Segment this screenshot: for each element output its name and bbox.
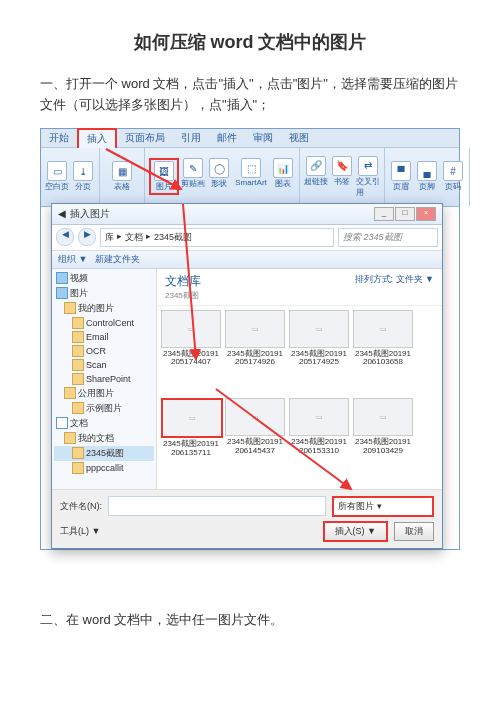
- tree-item[interactable]: Scan: [54, 358, 154, 372]
- btn-hyperlink[interactable]: 🔗超链接: [304, 156, 328, 198]
- sort-by[interactable]: 排列方式: 文件夹 ▼: [355, 273, 434, 301]
- btn-shapes[interactable]: ◯形状: [207, 158, 231, 195]
- tree-item[interactable]: 图片: [54, 286, 154, 301]
- link-icon: 🔗: [306, 156, 326, 176]
- tree-item[interactable]: 2345截图: [54, 446, 154, 461]
- btn-footer[interactable]: ▄页脚: [415, 161, 439, 192]
- word-screenshot: 开始 插入 页面布局 引用 邮件 审阅 视图 ▭空白页 ⤓分页 ▦表格 🖼图片 …: [40, 128, 460, 550]
- thumbnail[interactable]: ▭2345截图20191206103658: [353, 310, 413, 395]
- thumbnail[interactable]: ▭2345截图20191205174407: [161, 310, 221, 395]
- doc-icon: [56, 417, 68, 429]
- thumb-label: 2345截图20191206145437: [225, 438, 285, 456]
- thumb-image: ▭: [289, 310, 349, 348]
- insert-picture-dialog: ◀ 插入图片 _ □ × ◀ ▶ 库▸ 文档▸ 2345截图 搜索 2345截图…: [51, 203, 443, 549]
- step-1: 一、打开一个 word 文档，点击"插入"，点击"图片"，选择需要压缩的图片文件…: [40, 74, 460, 116]
- filetype-dropdown[interactable]: 所有图片 ▾: [332, 496, 434, 517]
- tab-start[interactable]: 开始: [41, 129, 77, 147]
- header-icon: ▀: [391, 161, 411, 181]
- tree-item-label: 图片: [70, 287, 88, 300]
- crumb-2[interactable]: 2345截图: [154, 231, 192, 244]
- tab-review[interactable]: 审阅: [245, 129, 281, 147]
- folder-icon: [72, 359, 84, 371]
- pagenum-icon: #: [443, 161, 463, 181]
- tools-dropdown[interactable]: 工具(L) ▼: [60, 525, 100, 538]
- folder-icon: [72, 402, 84, 414]
- newfolder-button[interactable]: 新建文件夹: [95, 253, 140, 266]
- thumb-image: ▭: [161, 310, 221, 348]
- tab-insert[interactable]: 插入: [77, 128, 117, 148]
- page-icon: ▭: [47, 161, 67, 181]
- thumbnail[interactable]: ▭2345截图20191205174926: [225, 310, 285, 395]
- tree-item[interactable]: 公用图片: [54, 386, 154, 401]
- back-icon[interactable]: ◀: [58, 208, 66, 219]
- btn-crossref[interactable]: ⇄交叉引用: [356, 156, 380, 198]
- break-icon: ⤓: [73, 161, 93, 181]
- tree-item[interactable]: 我的文档: [54, 431, 154, 446]
- tree-item-label: pppccallit: [86, 463, 124, 473]
- tree-item[interactable]: 我的图片: [54, 301, 154, 316]
- btn-picture[interactable]: 🖼图片: [149, 158, 179, 195]
- search-input[interactable]: 搜索 2345截图: [338, 228, 438, 247]
- thumbnail[interactable]: ▭2345截图20191206135711: [161, 398, 221, 485]
- tree-item-label: 视频: [70, 272, 88, 285]
- tab-mail[interactable]: 邮件: [209, 129, 245, 147]
- btn-header[interactable]: ▀页眉: [389, 161, 413, 192]
- page-title: 如何压缩 word 文档中的图片: [40, 30, 460, 54]
- close-button[interactable]: ×: [416, 207, 436, 221]
- tree-item[interactable]: 文档: [54, 416, 154, 431]
- bookmark-icon: 🔖: [332, 156, 352, 176]
- btn-bookmark[interactable]: 🔖书签: [330, 156, 354, 198]
- tree-item[interactable]: 视频: [54, 271, 154, 286]
- breadcrumb[interactable]: 库▸ 文档▸ 2345截图: [100, 228, 334, 247]
- ribbon-content: ▭空白页 ⤓分页 ▦表格 🖼图片 ✎剪贴画 ◯形状 ⬚SmartArt 📊图表 …: [41, 148, 459, 207]
- tab-layout[interactable]: 页面布局: [117, 129, 173, 147]
- folder-icon: [64, 302, 76, 314]
- step-2: 二、在 word 文档中，选中任一图片文件。: [40, 610, 460, 631]
- btn-blankpage[interactable]: ▭空白页: [45, 161, 69, 192]
- cancel-button[interactable]: 取消: [394, 522, 434, 541]
- thumb-label: 2345截图20191209103429: [353, 438, 413, 456]
- tree-item-label: 示例图片: [86, 402, 122, 415]
- picture-icon: 🖼: [154, 161, 174, 181]
- tab-view[interactable]: 视图: [281, 129, 317, 147]
- thumbnail[interactable]: ▭2345截图20191206145437: [225, 398, 285, 485]
- organize-button[interactable]: 组织 ▼: [58, 253, 87, 266]
- tree-item[interactable]: ControlCent: [54, 316, 154, 330]
- thumbnail[interactable]: ▭2345截图20191206153310: [289, 398, 349, 485]
- crossref-icon: ⇄: [358, 156, 378, 176]
- btn-smartart[interactable]: ⬚SmartArt: [233, 158, 269, 195]
- folder-icon: [64, 387, 76, 399]
- tree-item-label: 我的文档: [78, 432, 114, 445]
- tree-item[interactable]: Email: [54, 330, 154, 344]
- tree-item-label: 2345截图: [86, 447, 124, 460]
- filename-label: 文件名(N):: [60, 500, 102, 513]
- filename-input[interactable]: [108, 496, 326, 516]
- folder-icon: [72, 345, 84, 357]
- dialog-title-bar: ◀ 插入图片 _ □ ×: [52, 204, 442, 225]
- thumb-label: 2345截图20191205174925: [289, 350, 349, 368]
- thumbnail[interactable]: ▭2345截图20191205174925: [289, 310, 349, 395]
- thumb-image: ▭: [289, 398, 349, 436]
- pic-icon: [56, 287, 68, 299]
- thumb-image: ▭: [225, 398, 285, 436]
- tree-item[interactable]: pppccallit: [54, 461, 154, 475]
- thumb-label: 2345截图20191205174407: [161, 350, 221, 368]
- tree-item[interactable]: OCR: [54, 344, 154, 358]
- tree-item[interactable]: SharePoint: [54, 372, 154, 386]
- tab-references[interactable]: 引用: [173, 129, 209, 147]
- dialog-toolbar: 组织 ▼ 新建文件夹: [52, 251, 442, 269]
- thumbnail[interactable]: ▭2345截图20191209103429: [353, 398, 413, 485]
- minimize-button[interactable]: _: [374, 207, 394, 221]
- btn-clipart[interactable]: ✎剪贴画: [181, 158, 205, 195]
- tree-item[interactable]: 示例图片: [54, 401, 154, 416]
- btn-pagenum[interactable]: #页码: [441, 161, 465, 192]
- btn-pagebreak[interactable]: ⤓分页: [71, 161, 95, 192]
- btn-table[interactable]: ▦表格: [104, 161, 140, 192]
- insert-button[interactable]: 插入(S) ▼: [323, 521, 388, 542]
- btn-chart[interactable]: 📊图表: [271, 158, 295, 195]
- maximize-button[interactable]: □: [395, 207, 415, 221]
- nav-back[interactable]: ◀: [56, 228, 74, 246]
- crumb-0[interactable]: 库: [105, 231, 114, 244]
- nav-fwd[interactable]: ▶: [78, 228, 96, 246]
- crumb-1[interactable]: 文档: [125, 231, 143, 244]
